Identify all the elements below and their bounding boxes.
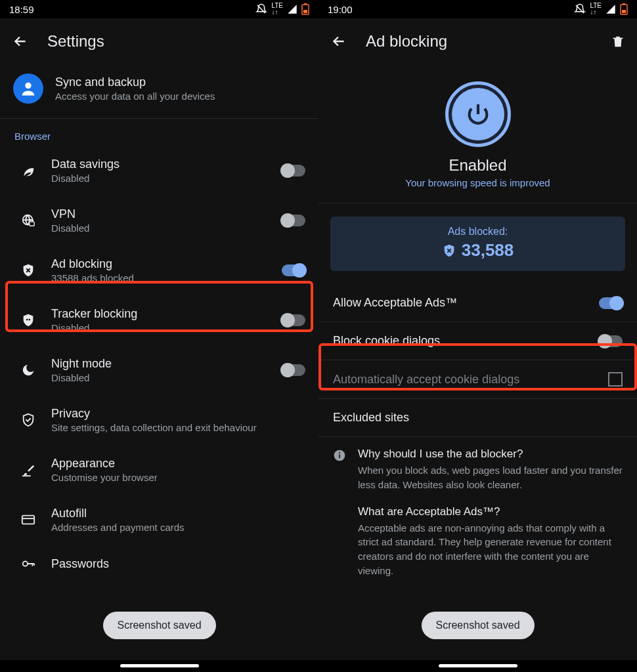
battery-icon (301, 3, 309, 15)
shield-small-icon (442, 243, 456, 258)
status-time: 19:00 (328, 4, 353, 15)
nav-bar[interactable] (0, 660, 318, 672)
page-title: Settings (47, 32, 104, 51)
battery-icon (620, 3, 628, 15)
status-icons: LTE↓↑ (255, 3, 309, 16)
trash-icon[interactable] (611, 34, 625, 49)
brush-icon (21, 463, 35, 477)
globe-lock-icon (21, 213, 35, 228)
row-tracker-blocking[interactable]: Tracker blockingDisabled (0, 295, 318, 345)
app-bar: Settings (0, 18, 318, 64)
row-autofill[interactable]: AutofillAddresses and payment cards (0, 495, 318, 545)
person-icon (19, 79, 37, 98)
row-ad-blocking[interactable]: Ad blocking33588 ads blocked (0, 245, 318, 295)
status-icons: LTE↓↑ (574, 3, 628, 16)
svg-rect-15 (339, 454, 340, 458)
row-excluded-sites[interactable]: Excluded sites (318, 399, 637, 437)
moon-icon (21, 363, 35, 377)
settings-content: Sync and backup Access your data on all … (0, 64, 318, 660)
toggle-night[interactable] (282, 364, 305, 376)
enabled-title: Enabled (318, 156, 637, 175)
status-bar: 19:00 LTE↓↑ (318, 0, 637, 18)
stat-card: Ads blocked: 33,588 (330, 217, 625, 271)
row-auto-accept[interactable]: Automatically accept cookie dialogs (318, 360, 637, 399)
bell-off-icon (574, 3, 586, 15)
svg-point-7 (28, 319, 30, 321)
screen-settings: 18:59 LTE↓↑ Settings Sync and backup Acc… (0, 0, 318, 672)
info-block-1: Why should I use the ad blocker? When yo… (318, 437, 637, 503)
info1-question: Why should I use the ad blocker? (358, 448, 623, 461)
bell-off-icon (255, 3, 267, 15)
page-title: Ad blocking (366, 32, 447, 51)
key-icon (21, 556, 35, 571)
signal-icon (287, 4, 297, 14)
row-vpn[interactable]: VPNDisabled (0, 196, 318, 245)
info1-answer: When you block ads, web pages load faste… (358, 463, 623, 492)
enabled-subtitle: Your browsing speed is improved (318, 177, 637, 188)
svg-point-10 (23, 561, 28, 566)
enabled-block: Enabled Your browsing speed is improved (318, 81, 637, 203)
info2-question: What are Acceptable Ads™? (358, 505, 623, 518)
info2-answer: Acceptable ads are non-annoying ads that… (358, 521, 623, 578)
svg-rect-8 (22, 475, 31, 476)
signal-icon (605, 4, 616, 14)
sync-subtitle: Access your data on all your devices (55, 91, 215, 102)
section-label-browser: Browser (0, 119, 318, 146)
info-block-2: What are Acceptable Ads™? Acceptable ads… (318, 503, 637, 589)
card-icon (21, 513, 35, 527)
row-block-cookie[interactable]: Block cookie dialogs (318, 322, 637, 360)
row-passwords[interactable]: Passwords (0, 545, 318, 583)
sync-row[interactable]: Sync and backup Access your data on all … (0, 64, 318, 119)
shield-x-icon (21, 263, 35, 278)
sync-labels: Sync and backup Access your data on all … (55, 75, 215, 102)
svg-rect-2 (303, 10, 307, 13)
stat-value: 33,588 (462, 240, 514, 261)
svg-rect-1 (304, 3, 307, 5)
app-bar: Ad blocking (318, 18, 637, 64)
status-time: 18:59 (9, 4, 34, 15)
svg-point-16 (339, 452, 340, 453)
lte-icon: LTE↓↑ (590, 3, 602, 16)
stat-label: Ads blocked: (330, 226, 625, 238)
checkbox-auto-accept[interactable] (608, 372, 623, 387)
row-privacy[interactable]: PrivacySite settings, data collection an… (0, 395, 318, 445)
toast[interactable]: Screenshot saved (421, 612, 534, 639)
toggle-ad-blocking[interactable] (282, 264, 305, 276)
row-appearance[interactable]: AppearanceCustomise your browser (0, 445, 318, 495)
lte-icon: LTE↓↑ (271, 3, 283, 16)
svg-rect-5 (30, 222, 34, 226)
info-icon (333, 449, 346, 462)
row-acceptable-ads[interactable]: Allow Acceptable Ads™ (318, 284, 637, 322)
status-bar: 18:59 LTE↓↑ (0, 0, 318, 18)
power-button[interactable] (445, 81, 511, 147)
back-arrow-icon[interactable] (12, 33, 29, 50)
svg-point-3 (25, 83, 31, 89)
svg-rect-13 (622, 10, 626, 13)
adblock-content: Enabled Your browsing speed is improved … (318, 64, 637, 660)
sync-title: Sync and backup (55, 75, 215, 89)
row-data-savings[interactable]: Data savingsDisabled (0, 146, 318, 196)
avatar (13, 74, 43, 104)
shield-check-icon (21, 413, 35, 427)
toggle-block-cookie[interactable] (599, 335, 623, 347)
svg-point-6 (26, 319, 28, 321)
screen-ad-blocking: 19:00 LTE↓↑ Ad blocking Enabled Your bro… (318, 0, 637, 672)
toggle-data-savings[interactable] (282, 165, 305, 177)
svg-rect-12 (623, 3, 625, 5)
power-icon (465, 101, 491, 127)
shield-dots-icon (21, 313, 35, 327)
toast[interactable]: Screenshot saved (102, 612, 215, 639)
toggle-vpn[interactable] (282, 215, 305, 226)
leaf-icon (21, 163, 35, 178)
toggle-tracker[interactable] (282, 314, 305, 326)
row-night-mode[interactable]: Night modeDisabled (0, 345, 318, 395)
svg-rect-9 (22, 516, 34, 524)
nav-bar[interactable] (318, 660, 637, 672)
toggle-acceptable-ads[interactable] (599, 297, 623, 309)
back-arrow-icon[interactable] (330, 33, 347, 50)
